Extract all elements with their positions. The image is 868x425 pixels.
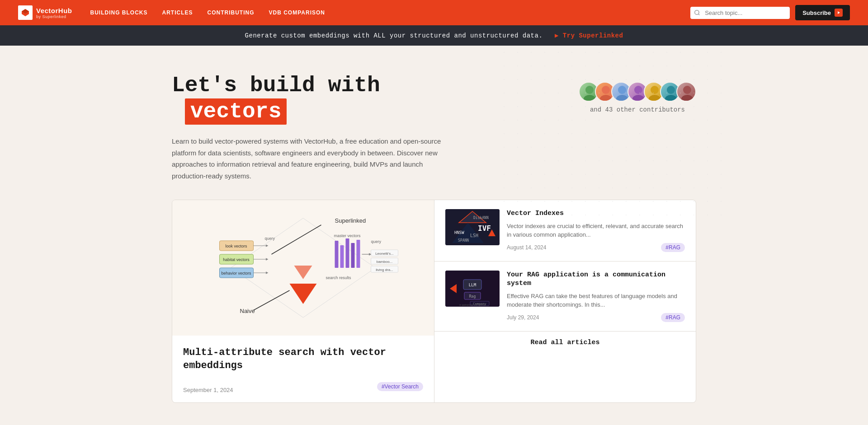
featured-date: September 1, 2024 [183, 387, 233, 393]
hero-title: Let's build with vectors [172, 73, 479, 125]
featured-image: Superlinked Naive look vectors habitat v… [172, 200, 434, 336]
svg-text:search results: search results [326, 276, 352, 280]
svg-point-11 [651, 86, 659, 94]
svg-text:Leonetti's...: Leonetti's... [375, 252, 394, 256]
featured-content: Multi-attribute search with vector embed… [172, 336, 434, 402]
nav-building-blocks[interactable]: BUILDING BLOCKS [90, 9, 148, 16]
hero-highlight: vectors [185, 98, 287, 125]
svg-point-6 [600, 95, 612, 102]
hero-section: Let's build with vectors Learn to build … [145, 46, 723, 200]
svg-line-19 [272, 225, 321, 254]
article-thumb-vi: HNSW IVF LSH SPANN DiskANN [445, 209, 500, 245]
svg-marker-23 [294, 266, 312, 279]
hero-left: Let's build with vectors Learn to build … [172, 73, 479, 182]
article-info: Vector Indexes Vector indexes are crucia… [507, 209, 685, 252]
svg-point-12 [649, 95, 660, 102]
svg-text:query: query [371, 239, 382, 244]
article-excerpt: Vector indexes are crucial to efficient,… [507, 222, 685, 239]
article-date: July 29, 2024 [507, 314, 539, 321]
logo-box [18, 5, 33, 20]
nav-contributing[interactable]: CONTRIBUTING [208, 9, 255, 16]
svg-text:IVF: IVF [478, 224, 491, 233]
nav-articles[interactable]: ARTICLES [162, 9, 193, 16]
vi-diagram: HNSW IVF LSH SPANN DiskANN [445, 209, 500, 245]
logo-icon [21, 8, 30, 17]
svg-text:master vectors: master vectors [334, 234, 361, 238]
svg-marker-2 [838, 11, 840, 14]
featured-diagram: Superlinked Naive look vectors habitat v… [172, 200, 434, 336]
svg-text:bamboo...: bamboo... [377, 260, 393, 264]
svg-rect-36 [346, 238, 349, 268]
svg-point-16 [681, 95, 693, 102]
article-title: Vector Indexes [507, 209, 685, 218]
svg-text:DiskANN: DiskANN [473, 216, 489, 220]
article-date: August 14, 2024 [507, 244, 546, 251]
nav-right: Subscribe [690, 5, 850, 20]
featured-right: HNSW IVF LSH SPANN DiskANN [434, 200, 696, 402]
svg-point-13 [667, 86, 675, 94]
article-item: HNSW IVF LSH SPANN DiskANN [434, 200, 696, 262]
logo-sub: by Superlinked [36, 14, 72, 19]
logo-text: VectorHub by Superlinked [36, 7, 72, 19]
featured-card: Superlinked Naive look vectors habitat v… [172, 200, 696, 403]
subscribe-button[interactable]: Subscribe [795, 5, 850, 20]
svg-rect-38 [357, 240, 360, 268]
svg-point-9 [634, 86, 642, 94]
article-info: Your RAG application is a communication … [507, 271, 685, 322]
svg-text:LLM: LLM [469, 283, 476, 287]
hero-description: Learn to build vector-powered systems wi… [172, 135, 452, 182]
svg-point-10 [632, 95, 644, 102]
svg-rect-35 [340, 245, 344, 268]
search-input[interactable] [690, 7, 790, 19]
featured-tag[interactable]: #Vector Search [377, 382, 423, 391]
contributors-text: and 43 other contributors [590, 106, 685, 113]
svg-text:HNSW: HNSW [454, 230, 464, 235]
article-footer: July 29, 2024 #RAG [507, 313, 685, 322]
hero-right: and 43 other contributors [579, 73, 696, 182]
svg-text:behavior vectors: behavior vectors [221, 271, 251, 276]
article-excerpt: Effective RAG can take the best features… [507, 292, 685, 309]
svg-text:Rag: Rag [469, 294, 476, 299]
svg-text:in partnership with Qdrant: in partnership with Qdrant [459, 304, 486, 306]
article-tag[interactable]: #RAG [661, 313, 685, 322]
nav-vdb-comparison[interactable]: VDB COMPARISON [269, 9, 325, 16]
svg-point-8 [616, 95, 628, 102]
play-icon [835, 9, 843, 17]
svg-text:Superlinked: Superlinked [335, 217, 366, 224]
read-all-button[interactable]: Read all articles [434, 331, 696, 354]
logo-link[interactable]: VectorHub by Superlinked [18, 5, 72, 20]
rag-diagram: LLM Rag Company in partnership with Qdra… [445, 271, 500, 307]
navbar: VectorHub by Superlinked BUILDING BLOCKS… [0, 0, 868, 25]
content-area: Superlinked Naive look vectors habitat v… [145, 200, 723, 425]
svg-rect-37 [351, 243, 355, 268]
article-title: Your RAG application is a communication … [507, 271, 685, 288]
svg-rect-34 [335, 241, 339, 268]
svg-text:query: query [265, 236, 275, 241]
svg-point-7 [618, 86, 626, 94]
svg-text:Naive: Naive [240, 308, 255, 314]
announcement-bar: Generate custom embeddings with ALL your… [0, 25, 868, 46]
nav-links: BUILDING BLOCKS ARTICLES CONTRIBUTING VD… [90, 9, 673, 16]
search-wrapper [690, 7, 790, 19]
article-item: LLM Rag Company in partnership with Qdra… [434, 262, 696, 331]
article-footer: August 14, 2024 #RAG [507, 243, 685, 252]
svg-text:habitat vectors: habitat vectors [223, 257, 250, 262]
svg-point-14 [665, 95, 677, 102]
article-thumb-rag: LLM Rag Company in partnership with Qdra… [445, 271, 500, 307]
svg-text:living dra...: living dra... [376, 268, 393, 272]
featured-left: Superlinked Naive look vectors habitat v… [172, 200, 434, 402]
avatar [676, 82, 696, 102]
article-tag[interactable]: #RAG [661, 243, 685, 252]
announcement-cta[interactable]: ▶ Try Superlinked [555, 32, 623, 39]
svg-marker-22 [290, 284, 317, 304]
svg-text:LSH: LSH [470, 233, 478, 238]
featured-title: Multi-attribute search with vector embed… [183, 346, 423, 372]
announcement-text: Generate custom embeddings with ALL your… [245, 32, 543, 39]
svg-line-21 [254, 290, 290, 310]
contributors-avatars [579, 82, 696, 102]
svg-text:look vectors: look vectors [225, 244, 247, 248]
svg-text:SPANN: SPANN [458, 238, 469, 243]
svg-point-15 [683, 86, 691, 94]
featured-footer: September 1, 2024 #Vector Search [183, 379, 423, 393]
svg-point-5 [602, 86, 610, 94]
